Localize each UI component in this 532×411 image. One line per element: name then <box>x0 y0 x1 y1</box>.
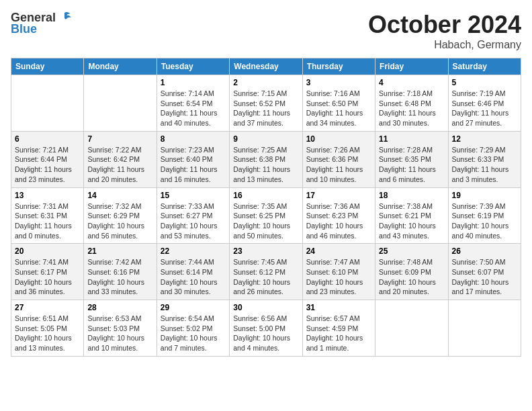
calendar-cell: 18Sunrise: 7:38 AMSunset: 6:21 PMDayligh… <box>375 187 448 244</box>
day-info: Sunrise: 7:18 AMSunset: 6:48 PMDaylight:… <box>379 89 444 128</box>
day-info: Sunrise: 6:57 AMSunset: 4:59 PMDaylight:… <box>306 314 371 353</box>
day-info: Sunrise: 7:33 AMSunset: 6:27 PMDaylight:… <box>161 201 226 241</box>
day-info: Sunrise: 7:25 AMSunset: 6:38 PMDaylight:… <box>233 145 298 185</box>
page-header: General Blue October 2024 Habach, German… <box>11 11 521 51</box>
day-number: 11 <box>379 134 444 144</box>
day-info: Sunrise: 7:32 AMSunset: 6:29 PMDaylight:… <box>87 201 152 241</box>
day-number: 14 <box>87 191 152 200</box>
day-number: 6 <box>15 134 80 144</box>
calendar-week-row: 6Sunrise: 7:21 AMSunset: 6:44 PMDaylight… <box>11 131 521 187</box>
day-info: Sunrise: 7:39 AMSunset: 6:19 PMDaylight:… <box>452 201 517 241</box>
calendar-cell: 7Sunrise: 7:22 AMSunset: 6:42 PMDaylight… <box>84 131 157 187</box>
day-number: 8 <box>161 134 226 144</box>
calendar-cell: 27Sunrise: 6:51 AMSunset: 5:05 PMDayligh… <box>11 300 84 357</box>
calendar-table: SundayMondayTuesdayWednesdayThursdayFrid… <box>11 58 521 357</box>
logo-bird-icon <box>57 11 72 25</box>
day-number: 1 <box>161 78 226 87</box>
calendar-cell <box>448 300 521 357</box>
calendar-cell: 16Sunrise: 7:35 AMSunset: 6:25 PMDayligh… <box>230 187 302 244</box>
calendar-cell: 9Sunrise: 7:25 AMSunset: 6:38 PMDaylight… <box>230 131 302 187</box>
day-info: Sunrise: 6:53 AMSunset: 5:03 PMDaylight:… <box>87 314 152 353</box>
logo-blue-text: Blue <box>11 22 37 36</box>
calendar-cell: 17Sunrise: 7:36 AMSunset: 6:23 PMDayligh… <box>302 187 375 244</box>
day-info: Sunrise: 7:16 AMSunset: 6:50 PMDaylight:… <box>306 89 371 128</box>
day-info: Sunrise: 7:36 AMSunset: 6:23 PMDaylight:… <box>306 201 371 241</box>
day-info: Sunrise: 7:15 AMSunset: 6:52 PMDaylight:… <box>233 89 298 128</box>
day-info: Sunrise: 7:50 AMSunset: 6:07 PMDaylight:… <box>452 257 517 297</box>
day-info: Sunrise: 7:22 AMSunset: 6:42 PMDaylight:… <box>87 145 152 185</box>
calendar-cell: 24Sunrise: 7:47 AMSunset: 6:10 PMDayligh… <box>302 244 375 300</box>
calendar-cell: 23Sunrise: 7:45 AMSunset: 6:12 PMDayligh… <box>230 244 302 300</box>
calendar-cell: 4Sunrise: 7:18 AMSunset: 6:48 PMDaylight… <box>375 75 448 132</box>
calendar-week-row: 20Sunrise: 7:41 AMSunset: 6:17 PMDayligh… <box>11 244 521 300</box>
calendar-cell: 28Sunrise: 6:53 AMSunset: 5:03 PMDayligh… <box>84 300 157 357</box>
calendar-cell: 3Sunrise: 7:16 AMSunset: 6:50 PMDaylight… <box>302 75 375 132</box>
calendar-cell: 25Sunrise: 7:48 AMSunset: 6:09 PMDayligh… <box>375 244 448 300</box>
day-info: Sunrise: 7:48 AMSunset: 6:09 PMDaylight:… <box>379 257 444 297</box>
calendar-cell: 1Sunrise: 7:14 AMSunset: 6:54 PMDaylight… <box>157 75 229 132</box>
day-info: Sunrise: 7:21 AMSunset: 6:44 PMDaylight:… <box>15 145 80 185</box>
calendar-cell: 26Sunrise: 7:50 AMSunset: 6:07 PMDayligh… <box>448 244 521 300</box>
day-number: 4 <box>379 78 444 87</box>
day-number: 7 <box>87 134 152 144</box>
day-number: 16 <box>233 191 298 200</box>
weekday-header-monday: Monday <box>84 58 157 75</box>
calendar-cell <box>11 75 84 132</box>
calendar-week-row: 1Sunrise: 7:14 AMSunset: 6:54 PMDaylight… <box>11 75 521 132</box>
day-number: 24 <box>306 246 371 256</box>
calendar-cell: 31Sunrise: 6:57 AMSunset: 4:59 PMDayligh… <box>302 300 375 357</box>
calendar-cell: 10Sunrise: 7:26 AMSunset: 6:36 PMDayligh… <box>302 131 375 187</box>
day-info: Sunrise: 7:14 AMSunset: 6:54 PMDaylight:… <box>161 89 226 128</box>
day-number: 28 <box>87 303 152 312</box>
calendar-cell: 13Sunrise: 7:31 AMSunset: 6:31 PMDayligh… <box>11 187 84 244</box>
day-number: 21 <box>87 246 152 256</box>
day-number: 10 <box>306 134 371 144</box>
day-info: Sunrise: 7:42 AMSunset: 6:16 PMDaylight:… <box>87 257 152 297</box>
calendar-header-row: SundayMondayTuesdayWednesdayThursdayFrid… <box>11 58 521 75</box>
logo: General Blue <box>11 11 72 36</box>
calendar-cell <box>375 300 448 357</box>
day-info: Sunrise: 7:19 AMSunset: 6:46 PMDaylight:… <box>452 89 517 128</box>
day-info: Sunrise: 7:45 AMSunset: 6:12 PMDaylight:… <box>233 257 298 297</box>
day-number: 5 <box>452 78 517 87</box>
day-number: 27 <box>15 303 80 312</box>
day-number: 19 <box>452 191 517 200</box>
location-title: Habach, Germany <box>368 39 521 51</box>
calendar-cell: 29Sunrise: 6:54 AMSunset: 5:02 PMDayligh… <box>157 300 229 357</box>
day-number: 30 <box>233 303 298 312</box>
day-number: 15 <box>161 191 226 200</box>
day-number: 25 <box>379 246 444 256</box>
calendar-cell <box>84 75 157 132</box>
calendar-cell: 2Sunrise: 7:15 AMSunset: 6:52 PMDaylight… <box>230 75 302 132</box>
day-number: 9 <box>233 134 298 144</box>
day-number: 17 <box>306 191 371 200</box>
calendar-cell: 8Sunrise: 7:23 AMSunset: 6:40 PMDaylight… <box>157 131 229 187</box>
day-info: Sunrise: 7:38 AMSunset: 6:21 PMDaylight:… <box>379 201 444 241</box>
day-info: Sunrise: 6:54 AMSunset: 5:02 PMDaylight:… <box>161 314 226 353</box>
day-number: 2 <box>233 78 298 87</box>
weekday-header-sunday: Sunday <box>11 58 84 75</box>
weekday-header-thursday: Thursday <box>302 58 375 75</box>
day-number: 29 <box>161 303 226 312</box>
day-number: 13 <box>15 191 80 200</box>
title-area: October 2024 Habach, Germany <box>368 11 521 51</box>
day-number: 31 <box>306 303 371 312</box>
day-info: Sunrise: 7:28 AMSunset: 6:35 PMDaylight:… <box>379 145 444 185</box>
calendar-cell: 22Sunrise: 7:44 AMSunset: 6:14 PMDayligh… <box>157 244 229 300</box>
calendar-week-row: 27Sunrise: 6:51 AMSunset: 5:05 PMDayligh… <box>11 300 521 357</box>
day-info: Sunrise: 7:47 AMSunset: 6:10 PMDaylight:… <box>306 257 371 297</box>
calendar-cell: 6Sunrise: 7:21 AMSunset: 6:44 PMDaylight… <box>11 131 84 187</box>
day-number: 3 <box>306 78 371 87</box>
day-info: Sunrise: 7:26 AMSunset: 6:36 PMDaylight:… <box>306 145 371 185</box>
calendar-cell: 21Sunrise: 7:42 AMSunset: 6:16 PMDayligh… <box>84 244 157 300</box>
weekday-header-saturday: Saturday <box>448 58 521 75</box>
calendar-cell: 14Sunrise: 7:32 AMSunset: 6:29 PMDayligh… <box>84 187 157 244</box>
day-number: 26 <box>452 246 517 256</box>
month-title: October 2024 <box>368 11 521 39</box>
calendar-cell: 5Sunrise: 7:19 AMSunset: 6:46 PMDaylight… <box>448 75 521 132</box>
day-number: 20 <box>15 246 80 256</box>
calendar-week-row: 13Sunrise: 7:31 AMSunset: 6:31 PMDayligh… <box>11 187 521 244</box>
day-number: 22 <box>161 246 226 256</box>
day-info: Sunrise: 7:29 AMSunset: 6:33 PMDaylight:… <box>452 145 517 185</box>
calendar-cell: 30Sunrise: 6:56 AMSunset: 5:00 PMDayligh… <box>230 300 302 357</box>
